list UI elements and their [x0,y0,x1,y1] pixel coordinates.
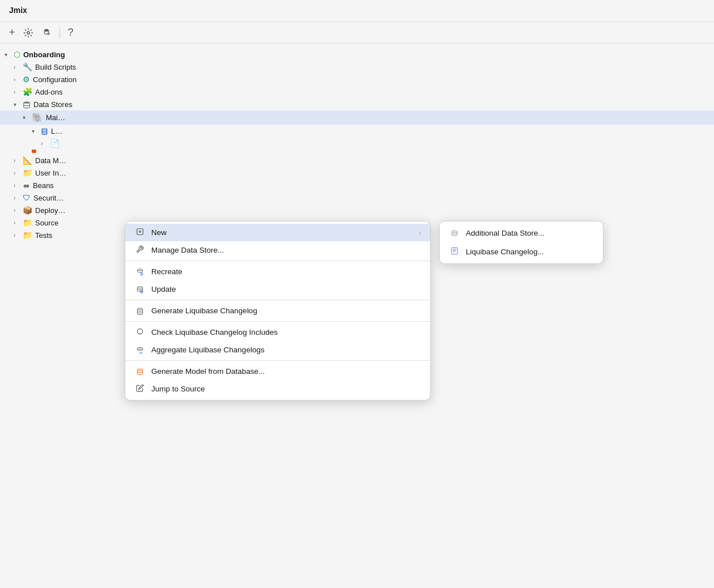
tree-item-beans[interactable]: › Beans [0,179,714,191]
user-interface-icon: 📁 [23,168,32,177]
menu-item-label: Aggregate Liquibase Changelogs [151,346,421,354]
tree-item-configuration[interactable]: › ⚙ Configuration [0,73,714,86]
build-scripts-icon: 🔧 [23,62,32,71]
tree-item-security[interactable]: › 🛡 Securit… [0,191,714,204]
tree-item-deployment[interactable]: › 📦 Deploy… [0,204,714,216]
deployment-icon: 📦 [23,206,32,215]
help-button[interactable]: ? [66,25,76,40]
svg-point-15 [137,329,142,334]
chevron-icon: ▾ [5,52,14,58]
chevron-icon: › [14,220,23,226]
menu-item-label: Generate Liquibase Changelog [151,306,421,315]
aggregate-icon [134,345,146,355]
tree-item-build-scripts[interactable]: › 🔧 Build Scripts [0,61,714,73]
menu-item-label: Recreate [151,267,421,276]
chevron-icon: › [14,157,23,164]
main-panel: Jmix + ? ▾ ⬡ Onboarding [0,0,714,588]
chevron-icon: ▾ [14,101,23,108]
menu-item-label: Update [151,285,421,293]
menu-item-label: New [151,228,413,237]
menu-item-aggregate-changelogs[interactable]: Aggregate Liquibase Changelogs [125,341,430,359]
jump-to-source-icon [134,384,146,394]
menu-separator [125,300,430,300]
svg-point-4 [42,129,47,130]
chevron-icon: › [14,182,23,189]
tree: ▾ ⬡ Onboarding › 🔧 Build Scripts › ⚙ Con… [0,44,714,246]
tree-item-main[interactable]: ▾ 🐘 Mai… [0,110,714,125]
data-stores-icon [23,100,31,109]
menu-item-new[interactable]: New › [125,224,430,241]
source-icon: 📁 [23,218,32,227]
data-model-icon: 📐 [23,156,32,165]
tree-item-user-interface[interactable]: › 📁 User In… [0,167,714,179]
gradle-button[interactable] [39,27,54,39]
tree-item-data-model[interactable]: › 📐 Data M… [0,154,714,167]
tree-item-onboarding[interactable]: ▾ ⬡ Onboarding [0,48,714,61]
tree-item-label: L… [51,127,62,135]
config-icon: ⚙ [23,75,30,84]
chevron-icon: › [41,140,50,147]
recreate-icon [134,267,146,276]
submenu-arrow-icon: › [419,229,421,236]
menu-separator [125,321,430,322]
menu-item-jump-to-source[interactable]: Jump to Source [125,380,430,398]
toolbar: + ? [0,22,714,44]
menu-item-label: Generate Model from Database... [151,367,421,376]
chevron-icon: › [14,89,23,95]
generate-model-icon [134,367,146,376]
tree-item-label: Onboarding [23,50,65,59]
liquibase-changelog-icon [449,247,460,257]
manage-icon [134,245,146,255]
chevron-icon: › [14,232,23,238]
submenu-item-additional-data-store[interactable]: Additional Data Store... [440,224,603,242]
app-title: Jmix [9,6,705,15]
addons-icon: 🧩 [23,87,32,96]
svg-point-19 [452,231,457,232]
menu-item-generate-model[interactable]: Generate Model from Database... [125,363,430,380]
chevron-icon: ▾ [23,114,32,121]
tree-item-label: Build Scripts [35,63,76,71]
tree-item-label: Configuration [33,75,76,84]
tree-item-label: Tests [35,231,52,240]
menu-item-update[interactable]: Update [125,280,430,298]
svg-point-6 [26,185,29,188]
add-button[interactable]: + [7,25,18,40]
menu-item-generate-changelog[interactable]: Generate Liquibase Changelog [125,302,430,319]
tree-item-label: Securit… [33,194,63,202]
svg-point-3 [24,101,30,104]
chevron-icon: › [14,170,23,176]
submenu-item-label: Additional Data Store... [466,229,594,237]
tree-item-label: Mai… [46,113,65,122]
new-icon [134,228,146,237]
settings-button[interactable] [21,27,36,39]
submenu-item-label: Liquibase Changelog... [466,248,594,256]
security-icon: 🛡 [23,193,31,202]
tree-item-label: Beans [33,181,54,190]
submenu-item-liquibase-changelog[interactable]: Liquibase Changelog... [440,242,603,261]
menu-item-recreate[interactable]: Recreate [125,263,430,280]
tree-item-label: User In… [35,169,66,177]
menu-item-check-changelog[interactable]: Check Liquibase Changelog Includes [125,323,430,341]
generate-changelog-icon [134,306,146,316]
menu-item-label: Manage Data Store... [151,246,421,254]
menu-item-label: Jump to Source [151,385,421,393]
chevron-icon: › [14,64,23,70]
tree-item-liquibase-child[interactable]: › 📄 [0,137,714,150]
menu-item-manage-data-store[interactable]: Manage Data Store... [125,241,430,259]
tree-item-label: Add-ons [35,88,62,96]
menu-separator [125,360,430,361]
svg-point-14 [137,308,142,310]
svg-point-17 [137,348,142,350]
svg-point-0 [27,31,29,34]
tree-item-label: Source [35,219,58,227]
svg-point-1 [44,29,49,32]
svg-point-12 [137,287,142,288]
tree-item-addons[interactable]: › 🧩 Add-ons [0,86,714,98]
toolbar-divider [60,27,60,39]
beans-icon [23,181,30,190]
svg-point-18 [137,369,142,371]
tree-item-data-stores[interactable]: ▾ Data Stores [0,98,714,110]
liquibase-icon [41,126,48,135]
tree-item-liquibase[interactable]: ▾ L… [0,125,714,137]
project-icon: ⬡ [14,50,20,59]
